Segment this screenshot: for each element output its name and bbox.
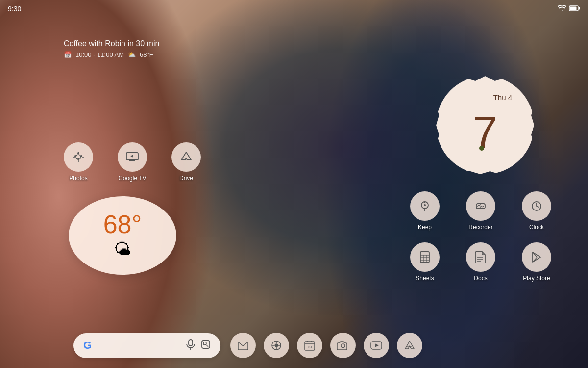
- keep-icon-bg: [410, 191, 440, 221]
- clock-label: Clock: [529, 224, 544, 231]
- svg-point-13: [424, 204, 426, 206]
- app-photos[interactable]: Photos: [64, 142, 93, 182]
- clock-time: 7: [473, 96, 497, 155]
- clock-scallop: Thu 4 7: [436, 76, 534, 174]
- calendar-icon: 📅: [64, 51, 72, 58]
- svg-text:31: 31: [308, 345, 313, 349]
- svg-point-36: [275, 344, 278, 347]
- cal-event-title: Coffee with Robin in 30 min: [64, 39, 159, 48]
- googletv-label: Google TV: [118, 175, 146, 182]
- svg-point-18: [483, 206, 484, 207]
- google-logo: G: [83, 339, 92, 352]
- cal-event-time: 10:00 - 11:00 AM: [75, 51, 124, 58]
- dock-calendar[interactable]: 31: [297, 333, 322, 358]
- svg-rect-9: [129, 160, 135, 161]
- svg-point-19: [480, 207, 481, 208]
- dock-drive-alt[interactable]: [397, 333, 422, 358]
- playstore-label: Play Store: [523, 275, 550, 282]
- weather-temperature: 68°: [103, 211, 142, 237]
- clock-icon-bg: [522, 191, 551, 221]
- recorder-icon-bg: [466, 191, 495, 221]
- svg-point-46: [341, 344, 345, 348]
- cal-weather-icon: ⛅: [128, 51, 136, 58]
- dock-youtube[interactable]: [364, 333, 389, 358]
- keep-label: Keep: [418, 224, 432, 231]
- search-bar-area: G: [74, 333, 514, 358]
- wifi-icon: [558, 5, 566, 13]
- docs-label: Docs: [474, 275, 487, 282]
- app-clock[interactable]: Clock: [514, 191, 559, 231]
- status-bar: 9:30: [0, 0, 588, 18]
- weather-widget[interactable]: 68° 🌤: [69, 196, 176, 275]
- svg-point-17: [480, 204, 481, 205]
- photos-label: Photos: [69, 175, 87, 182]
- cal-event-details: 📅 10:00 - 11:00 AM ⛅ 68°F: [64, 51, 159, 58]
- svg-rect-1: [570, 6, 577, 10]
- lens-icon[interactable]: [201, 340, 211, 352]
- dock-icons: 31: [230, 333, 422, 358]
- app-keep[interactable]: Keep: [403, 191, 447, 231]
- clock-dot: [479, 146, 484, 151]
- svg-line-34: [206, 345, 208, 347]
- app-recorder[interactable]: Recorder: [459, 191, 503, 231]
- svg-rect-21: [420, 252, 429, 263]
- drive-label: Drive: [179, 175, 193, 182]
- dock-camera[interactable]: [330, 333, 356, 358]
- search-input-area[interactable]: G: [74, 333, 220, 358]
- top-app-row: Photos Google TV Drive: [64, 142, 201, 182]
- clock-widget: Thu 4 7: [436, 76, 534, 174]
- calendar-notification: Coffee with Robin in 30 min 📅 10:00 - 11…: [64, 39, 159, 58]
- clock-day-label: Thu 4: [493, 93, 512, 102]
- svg-point-16: [477, 206, 478, 207]
- weather-icon: 🌤: [114, 239, 131, 260]
- drive-icon-bg: [172, 142, 201, 172]
- svg-rect-2: [579, 7, 580, 9]
- app-docs[interactable]: Docs: [459, 242, 503, 282]
- dock-chrome[interactable]: [264, 333, 289, 358]
- svg-rect-30: [189, 340, 193, 346]
- cal-temperature: 68°F: [140, 51, 153, 58]
- docs-icon-bg: [466, 242, 495, 272]
- svg-point-33: [203, 342, 206, 345]
- battery-icon: [569, 5, 580, 13]
- sheets-label: Sheets: [416, 275, 434, 282]
- playstore-icon-bg: [522, 242, 551, 272]
- app-playstore[interactable]: Play Store: [514, 242, 559, 282]
- app-drive[interactable]: Drive: [172, 142, 201, 182]
- status-time: 9:30: [8, 5, 21, 13]
- mic-icon[interactable]: [186, 339, 195, 352]
- middle-app-grid: Keep Recorder Clock: [403, 191, 559, 282]
- app-googletv[interactable]: Google TV: [118, 142, 147, 182]
- status-icons: [558, 5, 580, 13]
- dock-gmail[interactable]: [230, 333, 256, 358]
- photos-icon-bg: [64, 142, 93, 172]
- sheets-icon-bg: [410, 242, 440, 272]
- googletv-icon-bg: [118, 142, 147, 172]
- app-sheets[interactable]: Sheets: [403, 242, 447, 282]
- recorder-label: Recorder: [468, 224, 492, 231]
